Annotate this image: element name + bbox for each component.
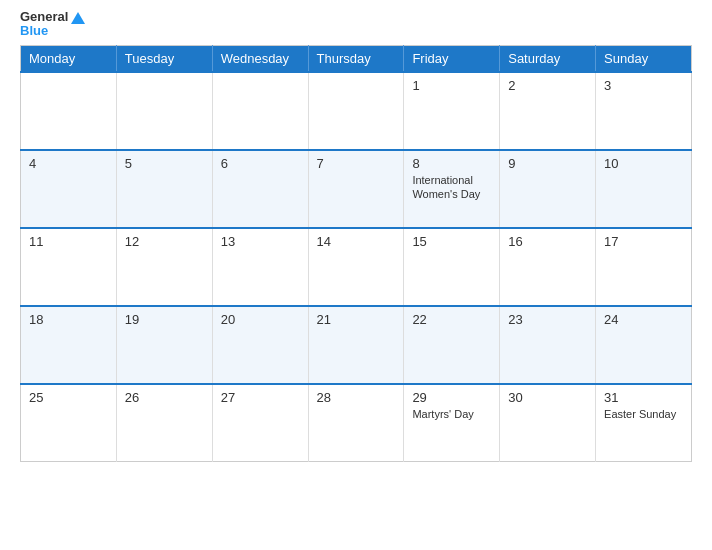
day-number: 3 — [604, 78, 683, 93]
day-number: 14 — [317, 234, 396, 249]
logo-general: General — [20, 10, 85, 24]
calendar-cell: 17 — [596, 228, 692, 306]
weekday-header-wednesday: Wednesday — [212, 45, 308, 72]
day-number: 20 — [221, 312, 300, 327]
calendar-cell: 7 — [308, 150, 404, 228]
calendar-cell: 4 — [21, 150, 117, 228]
day-number: 4 — [29, 156, 108, 171]
calendar-cell — [116, 72, 212, 150]
weekday-header-monday: Monday — [21, 45, 117, 72]
calendar-cell: 2 — [500, 72, 596, 150]
day-number: 10 — [604, 156, 683, 171]
weekday-header-row: MondayTuesdayWednesdayThursdayFridaySatu… — [21, 45, 692, 72]
calendar-cell: 22 — [404, 306, 500, 384]
calendar-cell: 18 — [21, 306, 117, 384]
day-number: 19 — [125, 312, 204, 327]
day-number: 1 — [412, 78, 491, 93]
calendar-cell: 11 — [21, 228, 117, 306]
day-number: 28 — [317, 390, 396, 405]
weekday-header-tuesday: Tuesday — [116, 45, 212, 72]
logo: General Blue — [20, 10, 85, 39]
day-number: 18 — [29, 312, 108, 327]
day-number: 23 — [508, 312, 587, 327]
calendar-cell: 10 — [596, 150, 692, 228]
calendar-cell: 29Martyrs' Day — [404, 384, 500, 462]
week-row-1: 123 — [21, 72, 692, 150]
calendar-cell: 5 — [116, 150, 212, 228]
weekday-header-thursday: Thursday — [308, 45, 404, 72]
day-number: 24 — [604, 312, 683, 327]
calendar-cell — [21, 72, 117, 150]
day-number: 30 — [508, 390, 587, 405]
logo-blue: Blue — [20, 24, 85, 38]
event-label: Easter Sunday — [604, 407, 683, 421]
day-number: 9 — [508, 156, 587, 171]
day-number: 21 — [317, 312, 396, 327]
day-number: 12 — [125, 234, 204, 249]
calendar-cell: 25 — [21, 384, 117, 462]
calendar-cell: 1 — [404, 72, 500, 150]
day-number: 8 — [412, 156, 491, 171]
calendar-cell: 31Easter Sunday — [596, 384, 692, 462]
calendar-cell: 3 — [596, 72, 692, 150]
event-label: International Women's Day — [412, 173, 491, 202]
calendar-cell: 19 — [116, 306, 212, 384]
week-row-2: 45678International Women's Day910 — [21, 150, 692, 228]
day-number: 2 — [508, 78, 587, 93]
calendar-cell: 6 — [212, 150, 308, 228]
day-number: 15 — [412, 234, 491, 249]
logo-triangle-icon — [71, 12, 85, 24]
calendar-cell: 13 — [212, 228, 308, 306]
week-row-3: 11121314151617 — [21, 228, 692, 306]
day-number: 31 — [604, 390, 683, 405]
calendar-cell: 15 — [404, 228, 500, 306]
weekday-header-friday: Friday — [404, 45, 500, 72]
day-number: 17 — [604, 234, 683, 249]
weekday-header-sunday: Sunday — [596, 45, 692, 72]
day-number: 26 — [125, 390, 204, 405]
day-number: 11 — [29, 234, 108, 249]
calendar-cell: 26 — [116, 384, 212, 462]
day-number: 25 — [29, 390, 108, 405]
calendar-cell: 23 — [500, 306, 596, 384]
calendar-table: MondayTuesdayWednesdayThursdayFridaySatu… — [20, 45, 692, 463]
weekday-header-saturday: Saturday — [500, 45, 596, 72]
day-number: 29 — [412, 390, 491, 405]
calendar-cell: 28 — [308, 384, 404, 462]
week-row-5: 2526272829Martyrs' Day3031Easter Sunday — [21, 384, 692, 462]
day-number: 22 — [412, 312, 491, 327]
day-number: 13 — [221, 234, 300, 249]
calendar-cell: 9 — [500, 150, 596, 228]
calendar-cell: 20 — [212, 306, 308, 384]
day-number: 27 — [221, 390, 300, 405]
calendar-cell: 27 — [212, 384, 308, 462]
calendar-cell: 21 — [308, 306, 404, 384]
day-number: 16 — [508, 234, 587, 249]
calendar-cell: 14 — [308, 228, 404, 306]
day-number: 5 — [125, 156, 204, 171]
week-row-4: 18192021222324 — [21, 306, 692, 384]
calendar-cell — [308, 72, 404, 150]
calendar-cell: 30 — [500, 384, 596, 462]
calendar-cell: 8International Women's Day — [404, 150, 500, 228]
calendar-cell: 12 — [116, 228, 212, 306]
calendar-header: General Blue — [20, 10, 692, 39]
calendar-cell — [212, 72, 308, 150]
day-number: 7 — [317, 156, 396, 171]
day-number: 6 — [221, 156, 300, 171]
calendar-cell: 16 — [500, 228, 596, 306]
calendar-cell: 24 — [596, 306, 692, 384]
event-label: Martyrs' Day — [412, 407, 491, 421]
